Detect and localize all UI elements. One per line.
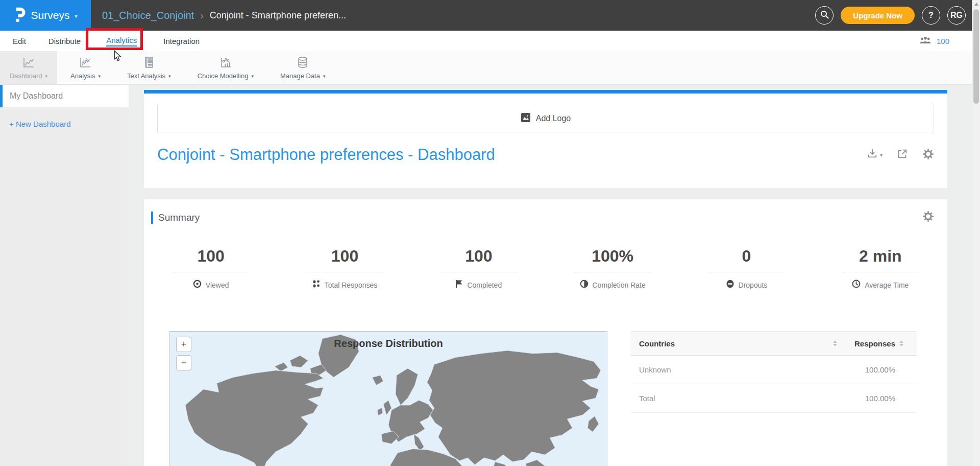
country-cell: Total xyxy=(639,394,865,403)
tab-integration[interactable]: Integration xyxy=(163,37,200,45)
divider xyxy=(574,272,651,272)
chevron-down-icon: ▾ xyxy=(98,74,101,79)
share-icon xyxy=(897,148,908,161)
sort-icon[interactable] xyxy=(833,340,837,346)
toolbar-text-analysis-label: Text Analysis xyxy=(127,72,165,80)
multi-line-chart-icon xyxy=(79,56,92,69)
stat-total-responses: 100 Total Responses xyxy=(278,246,411,290)
mouse-cursor-icon xyxy=(113,50,122,64)
toolbar-text-analysis[interactable]: Text Analysis▾ xyxy=(114,51,184,84)
stat-label: Completed xyxy=(467,281,502,289)
chevron-down-icon: ▾ xyxy=(45,74,48,79)
countries-table-header: Countries Responses xyxy=(631,331,917,356)
survey-nav-tabs: Edit Distribute Analytics Integration 10… xyxy=(0,31,972,51)
divider xyxy=(173,272,249,272)
upgrade-now-button[interactable]: Upgrade Now xyxy=(841,7,915,24)
divider xyxy=(708,272,785,272)
avatar-initials: RG xyxy=(950,11,963,20)
image-icon xyxy=(521,112,531,125)
half-circle-icon xyxy=(580,279,589,290)
download-button[interactable]: ▾ xyxy=(867,148,883,161)
tab-distribute[interactable]: Distribute xyxy=(48,37,81,45)
search-button[interactable] xyxy=(815,6,834,25)
toolbar-choice-modelling[interactable]: Choice Modelling▾ xyxy=(184,51,267,84)
divider xyxy=(440,272,517,272)
respondents-icon xyxy=(919,36,932,46)
map-zoom-in-button[interactable]: + xyxy=(176,337,191,352)
chevron-down-icon: ▾ xyxy=(880,152,883,158)
questionpro-logo-icon xyxy=(14,7,26,25)
stat-completion-rate: 100% Completion Rate xyxy=(546,246,679,290)
scrollbar-thumb[interactable] xyxy=(973,9,979,104)
toolbar-manage-data-label: Manage Data xyxy=(280,72,320,80)
flag-icon xyxy=(455,279,463,290)
minus-circle-icon xyxy=(726,279,734,290)
divider xyxy=(306,272,383,272)
scrollbar-up-icon[interactable] xyxy=(974,3,978,6)
dashboard-title[interactable]: Conjoint - Smartphone preferences - Dash… xyxy=(157,146,495,164)
stat-label: Viewed xyxy=(206,281,229,289)
table-row: Unknown 100.00% xyxy=(631,356,917,384)
breadcrumb: 01_Choice_Conjoint › Conjoint - Smartpho… xyxy=(91,10,346,21)
responses-cell: 100.00% xyxy=(865,365,895,374)
stat-average-time: 2 min Average Time xyxy=(814,246,947,290)
topbar-actions: Upgrade Now ? RG xyxy=(815,0,966,31)
toolbar-choice-modelling-label: Choice Modelling xyxy=(198,72,249,80)
document-grid-icon xyxy=(142,56,156,69)
map-zoom-out-button[interactable]: − xyxy=(176,355,191,370)
table-row: Total 100.00% xyxy=(631,384,917,413)
chevron-down-icon: ▾ xyxy=(323,74,326,79)
share-button[interactable] xyxy=(897,148,908,161)
world-map[interactable] xyxy=(170,332,607,466)
database-icon xyxy=(296,56,309,69)
map-title: Response Distribution xyxy=(170,332,607,350)
page-scrollbar[interactable] xyxy=(972,0,980,466)
summary-title: Summary xyxy=(158,212,922,223)
gear-icon xyxy=(922,148,934,162)
analytics-toolbar: Dashboard▾ Analysis▾ Text Analysis▾ Choi… xyxy=(0,51,972,85)
breadcrumb-separator-icon: › xyxy=(200,10,204,21)
add-logo-dropzone[interactable]: Add Logo xyxy=(157,105,934,132)
breadcrumb-folder[interactable]: 01_Choice_Conjoint xyxy=(102,10,194,21)
gear-icon xyxy=(922,211,934,224)
breadcrumb-survey-name: Conjoint - Smartphone preferen... xyxy=(210,10,346,21)
countries-column-header[interactable]: Countries xyxy=(639,339,829,348)
new-dashboard-button[interactable]: + New Dashboard xyxy=(9,120,129,128)
sort-icon[interactable] xyxy=(899,340,903,346)
settings-button[interactable] xyxy=(922,148,934,162)
toolbar-dashboard[interactable]: Dashboard▾ xyxy=(0,51,57,84)
help-button[interactable]: ? xyxy=(922,6,940,25)
avatar[interactable]: RG xyxy=(947,6,966,25)
chevron-down-icon: ▾ xyxy=(168,74,171,79)
dashboard-header-card: Add Logo Conjoint - Smartphone preferenc… xyxy=(144,90,947,188)
dashboard-sidebar: My Dashboard + New Dashboard xyxy=(0,85,129,466)
sidebar-item-my-dashboard[interactable]: My Dashboard xyxy=(0,85,129,107)
search-icon xyxy=(820,10,829,21)
scatter-chart-icon xyxy=(219,56,232,69)
toolbar-analysis[interactable]: Analysis▾ xyxy=(57,51,114,84)
stat-label: Completion Rate xyxy=(593,281,646,289)
product-name: Surveys xyxy=(31,9,70,21)
question-mark-icon: ? xyxy=(928,11,934,20)
stat-value: 100 xyxy=(465,246,492,266)
respondents-count[interactable]: 100 xyxy=(937,37,949,45)
stat-label: Average Time xyxy=(865,281,909,289)
responses-column-header[interactable]: Responses xyxy=(854,339,895,348)
product-switcher[interactable]: Surveys ▾ xyxy=(0,0,91,31)
stat-value: 100 xyxy=(331,246,358,266)
dots-grid-icon xyxy=(312,279,321,290)
stat-value: 100 xyxy=(197,246,224,266)
tab-analytics[interactable]: Analytics xyxy=(106,36,137,46)
chevron-down-icon: ▾ xyxy=(75,13,77,19)
stat-value: 100% xyxy=(592,246,633,266)
stat-value: 2 min xyxy=(859,246,902,266)
stat-dropouts: 0 Dropouts xyxy=(679,246,813,290)
divider xyxy=(842,272,919,272)
tab-edit[interactable]: Edit xyxy=(13,37,26,45)
eye-icon xyxy=(193,279,202,290)
summary-settings-button[interactable] xyxy=(922,211,934,224)
top-bar: Surveys ▾ 01_Choice_Conjoint › Conjoint … xyxy=(0,0,972,31)
toolbar-dashboard-label: Dashboard xyxy=(10,72,42,80)
toolbar-manage-data[interactable]: Manage Data▾ xyxy=(267,51,339,84)
stat-label: Dropouts xyxy=(739,281,768,289)
